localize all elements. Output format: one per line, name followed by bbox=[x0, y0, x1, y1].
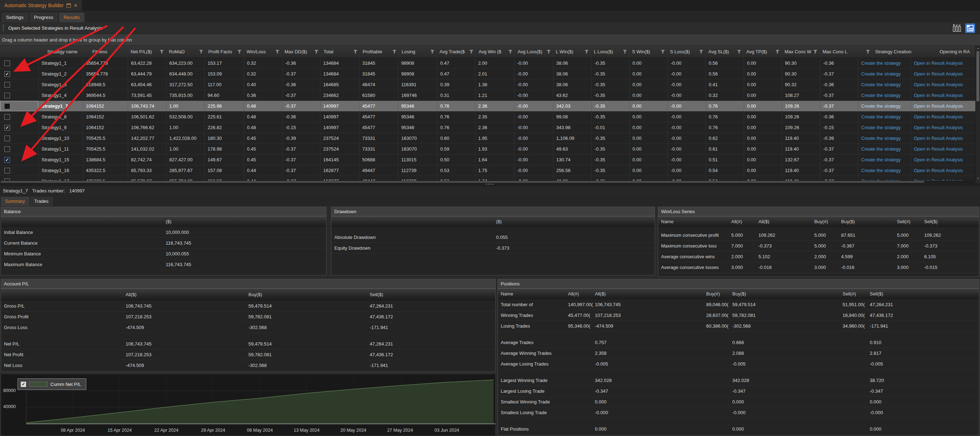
table-row[interactable]: ✓ Strategy1_4 369544.5 73,591.45 735,915… bbox=[0, 90, 975, 101]
row-checkbox[interactable]: ✓ bbox=[4, 136, 10, 141]
column-header[interactable]: Avg Trade($ bbox=[437, 46, 476, 57]
table-row[interactable]: ✓ Strategy1_3 318948.5 63,454.46 317,272… bbox=[0, 79, 975, 90]
row-select-cell[interactable]: ✓ bbox=[0, 154, 39, 165]
filter-icon[interactable] bbox=[737, 50, 741, 54]
group-by-drop-area[interactable]: Drag a column header and drop it here to… bbox=[0, 34, 980, 46]
filter-icon[interactable] bbox=[199, 50, 203, 54]
column-header[interactable]: Avg Win ($ bbox=[476, 46, 515, 57]
row-checkbox[interactable]: ✓ bbox=[4, 82, 10, 88]
filter-icon[interactable] bbox=[469, 50, 474, 54]
grid-vertical-scrollbar[interactable]: ▲ ▼ bbox=[975, 46, 980, 181]
open-in-result-analysis-link[interactable]: Open in Result Analysis bbox=[911, 122, 975, 133]
open-in-result-analysis-link[interactable]: Open in Result Analysis bbox=[911, 154, 975, 165]
doc-tab[interactable]: Settings bbox=[2, 13, 28, 22]
open-in-result-analysis-link[interactable]: Open in Result Analysis bbox=[911, 176, 975, 181]
table-row[interactable]: ✓ Strategy1_10 705425.5 142,202.77 1,422… bbox=[0, 133, 975, 144]
filter-icon[interactable] bbox=[353, 50, 358, 54]
doc-tab[interactable]: Progress bbox=[29, 13, 58, 22]
table-row[interactable]: ✓ Strategy1_11 705425.5 141,032.02 1.00 … bbox=[0, 144, 975, 154]
column-header[interactable] bbox=[0, 46, 45, 57]
open-in-result-analysis-link[interactable]: Open in Result Analysis bbox=[911, 165, 975, 176]
create-strategy-link[interactable]: Create the strategy bbox=[858, 79, 911, 90]
filter-icon[interactable] bbox=[430, 50, 434, 54]
window-tab[interactable]: Automatic Strategy Builder ✕ bbox=[0, 0, 82, 11]
filter-icon[interactable] bbox=[547, 50, 551, 54]
doc-tab[interactable]: Results bbox=[59, 13, 84, 22]
row-select-cell[interactable]: ✓ bbox=[0, 133, 39, 143]
scrollbar-thumb[interactable] bbox=[1, 181, 924, 183]
legend-checkbox[interactable]: ✓ bbox=[21, 382, 26, 387]
filter-icon[interactable] bbox=[866, 50, 870, 54]
create-strategy-link[interactable]: Create the strategy bbox=[858, 90, 911, 100]
open-in-result-analysis-link[interactable]: Open in Result Analysis bbox=[911, 144, 975, 154]
toolbar-grip-icon[interactable] bbox=[3, 25, 4, 31]
filter-icon[interactable] bbox=[508, 50, 512, 54]
table-row[interactable]: ✓ Strategy1_8 1064152 106,501.62 532,508… bbox=[0, 112, 975, 122]
filter-icon[interactable] bbox=[813, 50, 818, 54]
table-row[interactable]: ✓ Strategy1_7 1064152 106,743.74 1.00 22… bbox=[0, 101, 975, 112]
row-select-cell[interactable]: ✓ bbox=[0, 144, 39, 154]
column-header[interactable]: L Win($) bbox=[553, 46, 591, 57]
filter-icon[interactable] bbox=[314, 50, 318, 54]
table-row[interactable]: ✓ Strategy1_16 435322.5 85,793.33 285,97… bbox=[0, 165, 975, 176]
create-strategy-link[interactable]: Create the strategy bbox=[858, 69, 911, 79]
splitter-handle[interactable]: •••• bbox=[0, 183, 980, 186]
row-select-cell[interactable]: ✓ bbox=[0, 165, 39, 176]
open-in-result-analysis-link[interactable]: Open in Result Analysis bbox=[911, 101, 975, 111]
scroll-up-icon[interactable]: ▲ bbox=[976, 46, 980, 51]
filter-icon[interactable] bbox=[699, 50, 703, 54]
create-strategy-link[interactable]: Create the strategy bbox=[858, 176, 911, 181]
open-in-result-analysis-link[interactable]: Open in Result Analysis bbox=[911, 133, 975, 143]
row-checkbox[interactable]: ✓ bbox=[4, 146, 10, 152]
column-header[interactable]: Win/Loss bbox=[244, 46, 282, 57]
row-select-cell[interactable]: ✓ bbox=[0, 79, 39, 90]
open-in-result-analysis-link[interactable]: Open in Result Analysis bbox=[911, 79, 975, 90]
column-header[interactable]: Max Cons W bbox=[782, 46, 820, 57]
column-header[interactable]: Max DD($) bbox=[282, 46, 321, 57]
create-strategy-link[interactable]: Create the strategy bbox=[858, 112, 911, 122]
open-in-result-analysis-link[interactable]: Open in Result Analysis bbox=[911, 69, 975, 79]
open-in-result-analysis-link[interactable]: Open in Result Analysis bbox=[911, 112, 975, 122]
table-row[interactable]: ✓ Strategy1_15 138684.5 82,742.74 827,42… bbox=[0, 154, 975, 165]
row-select-cell[interactable]: ✓ bbox=[0, 58, 39, 68]
column-header[interactable]: Net P/L($) bbox=[128, 46, 166, 57]
create-strategy-link[interactable]: Create the strategy bbox=[858, 133, 911, 143]
create-strategy-link[interactable]: Create the strategy bbox=[858, 122, 911, 133]
column-header[interactable]: Strategy name bbox=[45, 46, 89, 57]
filter-icon[interactable] bbox=[392, 50, 396, 54]
row-select-cell[interactable]: ✓ bbox=[0, 69, 39, 79]
column-header[interactable]: Opening in RA bbox=[937, 46, 970, 57]
row-select-cell[interactable]: ✓ bbox=[0, 90, 39, 100]
create-strategy-link[interactable]: Create the strategy bbox=[858, 165, 911, 176]
row-checkbox[interactable]: ✓ bbox=[4, 125, 10, 130]
scroll-down-icon[interactable]: ▼ bbox=[976, 176, 980, 181]
filter-icon[interactable] bbox=[661, 50, 665, 54]
row-checkbox[interactable]: ✓ bbox=[4, 71, 10, 77]
open-in-result-analysis-link[interactable]: Open in Result Analysis bbox=[911, 90, 975, 100]
table-row[interactable]: ✓ Strategy1_9 1064152 106,766.62 1.00 22… bbox=[0, 122, 975, 133]
filter-icon[interactable] bbox=[237, 50, 242, 54]
scrollbar-thumb[interactable] bbox=[977, 51, 979, 101]
column-header[interactable]: Fitness bbox=[89, 46, 128, 57]
column-header[interactable]: Avg SL($) bbox=[705, 46, 743, 57]
result-view-icon[interactable] bbox=[965, 24, 975, 33]
table-row[interactable]: ✓ Strategy1_2 35654.778 63,444.79 634,44… bbox=[0, 69, 975, 79]
column-header[interactable]: S Loss($) bbox=[667, 46, 705, 57]
row-select-cell[interactable]: ✓ bbox=[0, 112, 39, 122]
column-header[interactable]: Avg TP($) bbox=[743, 46, 782, 57]
row-checkbox[interactable]: ✓ bbox=[4, 168, 10, 173]
column-header[interactable]: S Win($) bbox=[629, 46, 667, 57]
column-header[interactable]: RoMaD bbox=[166, 46, 205, 57]
column-header[interactable]: Strategy Creation bbox=[872, 46, 937, 57]
filter-icon[interactable] bbox=[775, 50, 780, 54]
filter-icon[interactable] bbox=[584, 50, 589, 54]
row-checkbox[interactable]: ✓ bbox=[4, 60, 10, 66]
create-strategy-link[interactable]: Create the strategy bbox=[858, 144, 911, 154]
row-checkbox[interactable]: ✓ bbox=[4, 114, 10, 120]
row-checkbox[interactable]: ✓ bbox=[4, 93, 10, 98]
create-strategy-link[interactable]: Create the strategy bbox=[858, 101, 911, 111]
filter-icon[interactable] bbox=[623, 50, 627, 54]
column-header[interactable]: Profit Facto bbox=[205, 46, 244, 57]
open-selected-strategies-button[interactable]: Open Selected Strategies in Result Analy… bbox=[8, 25, 102, 31]
detail-tab[interactable]: Trades bbox=[30, 197, 53, 206]
